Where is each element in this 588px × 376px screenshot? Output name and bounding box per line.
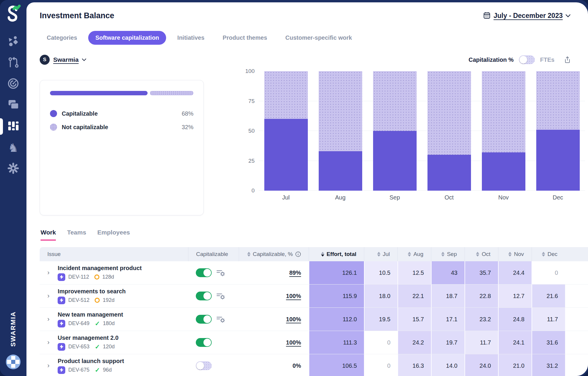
- team-selector[interactable]: S Swarmia: [40, 55, 86, 65]
- bar-nov[interactable]: [482, 71, 525, 191]
- capitalization-label: Capitalization %: [469, 56, 514, 63]
- not-capitalizable-segment: [427, 71, 471, 155]
- capitalizable-pct-cell[interactable]: 0%: [239, 354, 309, 376]
- capitalizable-toggle[interactable]: [196, 315, 212, 324]
- capitalizable-segment: [373, 131, 417, 191]
- issue-duration: 180d: [103, 320, 115, 327]
- capitalizable-segment: [264, 119, 308, 191]
- sort-icon[interactable]: [508, 252, 512, 257]
- workspace-logo-icon[interactable]: [6, 354, 21, 371]
- capitalizable-segment: [536, 130, 580, 191]
- tab-customer-specific-work[interactable]: Customer-specific work: [278, 31, 359, 45]
- month-cell-jul: 0: [364, 354, 397, 376]
- expand-chevron-icon[interactable]: ›: [47, 269, 49, 277]
- sidebar-item-shapes[interactable]: [0, 31, 26, 52]
- capitalizable-toggle[interactable]: [196, 268, 212, 277]
- subtab-teams[interactable]: Teams: [67, 229, 86, 241]
- sidebar-item-dashboard[interactable]: [0, 116, 26, 137]
- tab-initiatives[interactable]: Initiatives: [170, 31, 211, 45]
- swarmia-logo-icon[interactable]: [5, 5, 21, 23]
- sort-icon[interactable]: [542, 252, 545, 257]
- expand-chevron-icon[interactable]: ›: [47, 339, 49, 346]
- month-cell-aug: 22.1: [397, 285, 431, 307]
- date-range-picker[interactable]: July - December 2023: [483, 11, 570, 20]
- column-header-jul[interactable]: Jul: [364, 247, 397, 261]
- column-header-nov[interactable]: Nov: [498, 247, 532, 261]
- capitalizable-pct-cell[interactable]: 100%: [239, 331, 309, 354]
- chevron-down-icon: [82, 57, 86, 62]
- month-cell-nov: 24.1: [498, 331, 532, 354]
- column-header-capitalizable[interactable]: Capitalizable, %: [239, 247, 309, 261]
- topbar: Investment Balance July - December 2023: [26, 2, 588, 20]
- issue-duration: 120d: [103, 344, 115, 350]
- issue-cell: › New team management DEV-649 ✓180d: [40, 308, 188, 331]
- capitalization-settings-icon[interactable]: [216, 269, 225, 277]
- column-header-effort-total[interactable]: Effort, total: [309, 247, 364, 261]
- subtab-work[interactable]: Work: [41, 229, 56, 241]
- month-cell-dec: 11.7: [532, 308, 565, 331]
- chevron-down-icon: [566, 13, 570, 19]
- capitalizable-segment: [319, 151, 362, 191]
- sidebar-item-cards[interactable]: [0, 95, 26, 116]
- brand-wordmark: SWARMIA: [9, 311, 17, 347]
- bar-jul[interactable]: [264, 71, 308, 191]
- not-capitalizable-segment: [264, 71, 308, 119]
- tab-categories[interactable]: Categories: [40, 31, 84, 45]
- column-header-dec[interactable]: Dec: [532, 247, 565, 261]
- sort-icon[interactable]: [476, 252, 479, 257]
- expand-chevron-icon[interactable]: ›: [47, 362, 49, 370]
- capitalization-settings-icon[interactable]: [216, 292, 225, 300]
- column-header-aug[interactable]: Aug: [397, 247, 431, 261]
- y-axis-tick: 25: [248, 158, 255, 164]
- expand-chevron-icon[interactable]: ›: [47, 292, 49, 300]
- expand-chevron-icon[interactable]: ›: [47, 315, 49, 323]
- sidebar-item-target[interactable]: [0, 74, 26, 95]
- sidebar-item-pull-request[interactable]: [0, 52, 26, 74]
- sidebar-item-knight[interactable]: ♞: [0, 137, 26, 158]
- issue-type-icon: [58, 273, 65, 281]
- info-icon[interactable]: [295, 251, 301, 257]
- issue-title[interactable]: Incident management product: [58, 265, 142, 272]
- bar-dec[interactable]: [536, 71, 580, 191]
- issue-key: DEV-112: [68, 274, 89, 280]
- sort-icon[interactable]: [441, 252, 445, 257]
- sort-icon[interactable]: [408, 252, 411, 257]
- bar-aug[interactable]: [319, 71, 362, 191]
- month-cell-oct: 24.0: [465, 354, 498, 376]
- subtab-employees[interactable]: Employees: [97, 229, 130, 241]
- column-header-oct[interactable]: Oct: [465, 247, 498, 261]
- share-icon[interactable]: [564, 56, 571, 64]
- table-row: › New team management DEV-649 ✓180d 100%…: [40, 308, 588, 331]
- capitalizable-cell: [188, 308, 239, 331]
- sidebar-item-gear[interactable]: [0, 158, 26, 179]
- tab-product-themes[interactable]: Product themes: [216, 31, 274, 45]
- tab-software-capitalization[interactable]: Software capitalization: [88, 31, 166, 45]
- issue-meta: DEV-112 128d: [58, 273, 142, 281]
- capitalizable-pct-cell[interactable]: 89%: [239, 261, 309, 284]
- sort-icon[interactable]: [247, 252, 250, 257]
- issue-title[interactable]: User management 2.0: [58, 335, 118, 341]
- team-name: Swarmia: [53, 56, 78, 63]
- capitalizable-pct-cell[interactable]: 100%: [239, 285, 309, 307]
- issue-title[interactable]: Product launch support: [58, 358, 124, 365]
- capitalizable-toggle[interactable]: [196, 361, 212, 370]
- capitalization-settings-icon[interactable]: [216, 315, 225, 323]
- capitalizable-cell: [188, 285, 239, 307]
- sort-icon[interactable]: [377, 252, 380, 257]
- issue-title[interactable]: Improvements to search: [58, 288, 126, 295]
- month-cell-nov: 24.4: [498, 261, 532, 284]
- fte-toggle[interactable]: [519, 55, 535, 64]
- sort-icon[interactable]: [321, 252, 324, 257]
- column-header-sep[interactable]: Sep: [431, 247, 465, 261]
- table-header-row: IssueCapitalizable Capitalizable, % Effo…: [40, 247, 588, 261]
- bar-oct[interactable]: [427, 71, 471, 191]
- issue-type-icon: [58, 320, 65, 327]
- capitalization-summary-card: Capitalizable 68% Not capitalizable 32%: [40, 80, 204, 215]
- capitalizable-segment: [482, 152, 525, 191]
- issue-title[interactable]: New team management: [58, 311, 123, 318]
- capitalizable-pct-cell[interactable]: 100%: [239, 308, 309, 331]
- bar-sep[interactable]: [373, 71, 417, 191]
- capitalizable-toggle[interactable]: [196, 292, 212, 300]
- x-axis-label: Oct: [445, 194, 454, 201]
- capitalizable-toggle[interactable]: [196, 338, 212, 347]
